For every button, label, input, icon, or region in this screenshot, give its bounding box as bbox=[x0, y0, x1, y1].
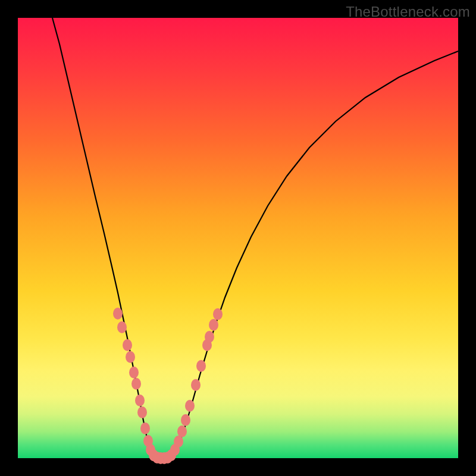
curve-marker bbox=[126, 351, 135, 363]
curve-markers bbox=[113, 308, 223, 464]
bottleneck-curve bbox=[52, 18, 458, 458]
curve-marker bbox=[131, 378, 141, 390]
curve-marker bbox=[209, 319, 218, 331]
curve-marker bbox=[129, 367, 139, 378]
curve-marker bbox=[174, 436, 183, 447]
curve-marker bbox=[205, 331, 214, 343]
curve-marker bbox=[137, 406, 147, 418]
curve-marker bbox=[123, 339, 132, 351]
curve-marker bbox=[177, 425, 187, 437]
curve-marker bbox=[140, 422, 150, 434]
curve-marker bbox=[213, 308, 223, 320]
curve-marker bbox=[181, 414, 190, 426]
curve-marker bbox=[117, 321, 127, 333]
curve-marker bbox=[196, 360, 206, 372]
chart-frame: TheBottleneck.com bbox=[0, 0, 476, 476]
curve-marker bbox=[113, 308, 123, 320]
curve-marker bbox=[191, 379, 201, 391]
curve-marker bbox=[185, 400, 195, 412]
bottleneck-curve-svg bbox=[18, 18, 458, 458]
curve-marker bbox=[135, 394, 145, 406]
plot-area bbox=[18, 18, 458, 458]
